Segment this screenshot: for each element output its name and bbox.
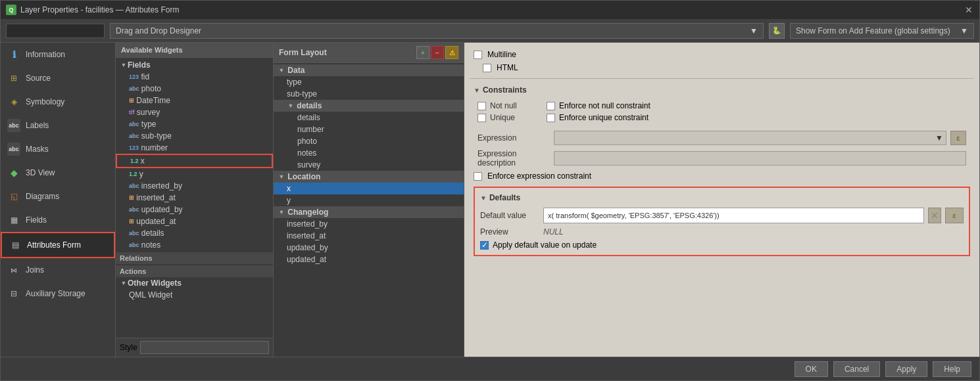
main-content: ℹ Information ⊞ Source ◈ Symbology abc L… — [1, 43, 979, 357]
list-item[interactable]: survey — [274, 159, 464, 171]
sidebar-item-fields[interactable]: ▦ Fields — [1, 208, 115, 232]
cancel-button[interactable]: Cancel — [833, 361, 880, 377]
list-item[interactable]: y — [274, 194, 464, 206]
form-layout-panel: Form Layout + − ⚠ ▼ Data type sub-type — [274, 43, 464, 357]
multiline-checkbox[interactable] — [474, 51, 482, 59]
style-dropdown[interactable] — [140, 341, 269, 354]
expression-dropdown[interactable]: ▼ — [554, 131, 946, 145]
default-value-input[interactable] — [543, 208, 924, 223]
list-item[interactable]: abc notes — [116, 239, 273, 251]
app-icon: Q — [6, 5, 16, 15]
list-item[interactable]: sub-type — [274, 88, 464, 100]
list-item[interactable]: abc photo — [116, 83, 273, 95]
preview-value: NULL — [543, 227, 564, 236]
clear-button[interactable]: ✕ — [928, 208, 941, 223]
html-label: HTML — [497, 63, 518, 72]
fields-section-header[interactable]: ▼ Fields — [116, 59, 273, 71]
expand-arrow[interactable]: ▼ — [120, 279, 128, 287]
help-button[interactable]: Help — [933, 361, 971, 377]
list-item[interactable]: notes — [274, 147, 464, 159]
expand-arrow[interactable]: ▼ — [474, 87, 480, 94]
apply-default-checkbox[interactable]: ✓ — [480, 241, 489, 250]
constraints-section-title: ▼ Constraints — [470, 83, 974, 97]
source-icon: ⊞ — [7, 72, 20, 85]
form-layout-header: Form Layout + − ⚠ — [274, 43, 464, 63]
expression-desc-label: Expression description — [478, 149, 550, 168]
list-item[interactable]: 123 number — [116, 142, 273, 154]
list-item[interactable]: 1.2 y — [116, 168, 273, 180]
expression-button[interactable]: ε — [945, 208, 964, 223]
enforce-unique-checkbox[interactable] — [547, 114, 555, 122]
python-button[interactable]: 🐍 — [769, 23, 785, 39]
ok-button[interactable]: OK — [795, 361, 828, 377]
enforce-not-null-checkbox[interactable] — [547, 102, 555, 110]
list-item[interactable]: ⊞ DateTime — [116, 95, 273, 106]
field-type-icon: ⊞ — [129, 218, 134, 225]
show-form-dropdown[interactable]: Show Form on Add Feature (global setting… — [790, 23, 974, 39]
html-checkbox[interactable] — [483, 64, 491, 72]
field-type-icon: ⊞ — [129, 97, 134, 104]
warning-button[interactable]: ⚠ — [445, 46, 458, 59]
field-type-icon: ⊞ — [129, 194, 134, 201]
other-widgets-section[interactable]: ▼ Other Widgets — [116, 277, 273, 289]
form-group-data[interactable]: ▼ Data — [274, 64, 464, 76]
form-group-changelog[interactable]: ▼ Changelog — [274, 206, 464, 218]
form-item-x[interactable]: x — [274, 183, 464, 194]
symbology-icon: ◈ — [7, 95, 20, 108]
expression-desc-input[interactable] — [554, 151, 966, 166]
designer-dropdown[interactable]: Drag and Drop Designer ▼ — [110, 23, 764, 39]
list-item[interactable]: updated_by — [274, 242, 464, 254]
list-item[interactable]: abc sub-type — [116, 130, 273, 142]
list-item[interactable]: abc inserted_by — [116, 180, 273, 192]
list-item[interactable]: QML Widget — [116, 289, 273, 301]
sidebar-item-3dview[interactable]: ◆ 3D View — [1, 161, 115, 185]
sidebar-item-joins[interactable]: ⋈ Joins — [1, 258, 115, 282]
sidebar-item-label: Auxiliary Storage — [26, 289, 86, 298]
list-item[interactable]: abc details — [116, 227, 273, 239]
bottom-buttons: OK Cancel Apply Help — [1, 357, 979, 380]
remove-item-button[interactable]: − — [431, 46, 444, 59]
list-item[interactable]: t/f survey — [116, 106, 273, 118]
list-item[interactable]: updated_at — [274, 254, 464, 265]
actions-section[interactable]: Actions — [116, 265, 273, 277]
close-button[interactable]: ✕ — [964, 5, 974, 15]
available-widgets-header: Available Widgets — [116, 43, 273, 58]
list-item[interactable]: photo — [274, 135, 464, 147]
expression-button[interactable]: ε — [950, 131, 966, 145]
relations-section[interactable]: Relations — [116, 252, 273, 264]
list-item[interactable]: ⊞ updated_at — [116, 215, 273, 227]
fields-label: Fields — [128, 60, 151, 70]
enforce-expr-label: Enforce expression constraint — [487, 171, 591, 181]
list-item[interactable]: abc updated_by — [116, 204, 273, 215]
list-item[interactable]: details — [274, 112, 464, 123]
sidebar-item-labels[interactable]: abc Labels — [1, 114, 115, 137]
sidebar-item-information[interactable]: ℹ Information — [1, 43, 115, 66]
list-item[interactable]: inserted_at — [274, 230, 464, 242]
list-item[interactable]: 123 fid — [116, 71, 273, 83]
list-item[interactable]: ⊞ inserted_at — [116, 192, 273, 204]
sidebar-item-symbology[interactable]: ◈ Symbology — [1, 90, 115, 114]
sidebar-item-auxiliary-storage[interactable]: ⊟ Auxiliary Storage — [1, 282, 115, 305]
list-item[interactable]: inserted_by — [274, 218, 464, 230]
apply-button[interactable]: Apply — [885, 361, 927, 377]
form-group-details[interactable]: ▼ details — [274, 100, 464, 112]
enforce-expr-checkbox[interactable] — [474, 172, 482, 181]
enforce-expr-row: Enforce expression constraint — [470, 169, 974, 183]
available-widgets-tree: ▼ Fields 123 fid abc photo ⊞ DateTime t/… — [116, 58, 273, 338]
list-item[interactable]: number — [274, 123, 464, 135]
unique-checkbox[interactable] — [478, 114, 486, 122]
sidebar-item-source[interactable]: ⊞ Source — [1, 66, 115, 90]
list-item-x[interactable]: 1.2 x — [116, 154, 273, 168]
expand-arrow[interactable]: ▼ — [480, 194, 487, 202]
search-input[interactable] — [6, 24, 105, 38]
add-group-button[interactable]: + — [416, 46, 429, 59]
expand-arrow[interactable]: ▼ — [120, 61, 128, 69]
list-item[interactable]: type — [274, 76, 464, 88]
not-null-checkbox[interactable] — [478, 102, 486, 110]
sidebar-item-masks[interactable]: abc Masks — [1, 137, 115, 161]
sidebar-item-attributes-form[interactable]: ▤ Attributes Form — [1, 232, 115, 258]
sidebar-item-label: 3D View — [26, 168, 55, 177]
form-group-location[interactable]: ▼ Location — [274, 171, 464, 183]
sidebar-item-diagrams[interactable]: ◱ Diagrams — [1, 185, 115, 208]
list-item[interactable]: abc type — [116, 118, 273, 130]
